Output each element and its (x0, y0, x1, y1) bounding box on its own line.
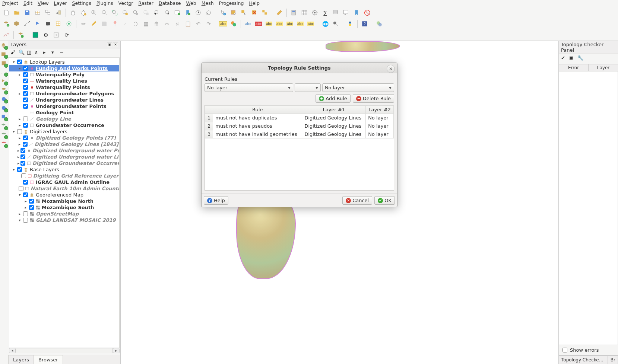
rules-table[interactable]: Rule Layer #1 Layer #2 1must not have du… (205, 105, 394, 191)
label-show-button[interactable]: abc (264, 19, 274, 29)
layer-visibility-checkbox[interactable] (23, 104, 28, 109)
add-delimited-layer-icon[interactable]: , (1, 69, 7, 76)
zoom-last-button[interactable] (152, 8, 161, 17)
layer-row[interactable]: Geology Point (9, 109, 119, 116)
layer-row[interactable]: ▾Base Layers (9, 166, 119, 173)
layer-visibility-checkbox[interactable] (19, 186, 23, 191)
rule-row[interactable]: 3must not have invalid geometriesDigitiz… (205, 130, 394, 138)
toolbox-button[interactable] (310, 8, 320, 17)
select-tool-button[interactable] (229, 8, 238, 17)
col-rule[interactable]: Rule (213, 106, 302, 114)
layer-visibility-checkbox[interactable] (23, 85, 28, 90)
layer-row[interactable]: IGRAC GAUL Admin Outline (9, 179, 119, 185)
add-mesh-layer-icon[interactable] (1, 60, 7, 67)
filter-legend-icon[interactable]: 🔍 (19, 50, 25, 56)
vertex-tool-button[interactable]: ⬡ (131, 19, 140, 29)
layer-visibility-checkbox[interactable] (23, 192, 28, 197)
new-bookmark-button[interactable] (183, 8, 193, 17)
tab-layers[interactable]: Layers (8, 355, 34, 364)
python-console-button[interactable] (345, 19, 355, 29)
topology-col-error[interactable]: Error (559, 64, 589, 71)
menu-raster[interactable]: Raster (138, 0, 153, 6)
tab-browser[interactable]: Browser (34, 355, 63, 364)
open-project-button[interactable] (12, 8, 22, 17)
expression-filter-icon[interactable]: ε (35, 50, 42, 56)
modify-attrs-button[interactable]: ▦ (141, 19, 151, 29)
new-memory-button[interactable] (43, 19, 53, 29)
layer-visibility-checkbox[interactable] (20, 161, 25, 166)
new-spatialite-button[interactable] (33, 19, 42, 29)
new-map-view-button[interactable] (172, 8, 182, 17)
topology-col-layer[interactable]: Layer (589, 64, 618, 71)
add-spatialite-layer-icon[interactable] (1, 78, 7, 85)
copy-features-button[interactable]: ⎘ (172, 19, 182, 29)
style-manager-button[interactable]: a (54, 8, 63, 17)
menu-edit[interactable]: Edit (23, 0, 32, 6)
select-all-button[interactable] (260, 8, 270, 17)
layers-tree[interactable]: ▾Lookup Layers▸Funding And Works Points▸… (9, 58, 120, 348)
add-vector-button[interactable] (1, 19, 11, 29)
zoom-selection-button[interactable] (120, 8, 130, 17)
digitize-button[interactable]: ⟋ (120, 19, 130, 29)
menu-layer[interactable]: Layer (54, 0, 67, 6)
add-feature-button[interactable]: 📍 (110, 19, 120, 29)
layer-row[interactable]: Waterquality Lines (9, 78, 119, 84)
web-globe-button[interactable]: 🌐 (320, 19, 330, 29)
undo-button[interactable]: ↶ (193, 19, 203, 29)
menu-plugins[interactable]: Plugins (96, 0, 113, 6)
identify-button[interactable]: i (218, 8, 228, 17)
layer-row[interactable]: Waterquality Points (9, 84, 119, 90)
add-vector-layer-icon[interactable] (1, 42, 7, 49)
menu-settings[interactable]: Settings (72, 0, 91, 6)
label-abc-button[interactable]: abc (218, 19, 228, 29)
layout-manager-button[interactable] (43, 8, 53, 17)
help-button[interactable]: ? (360, 19, 370, 29)
layer-visibility-checkbox[interactable] (23, 218, 28, 223)
panel-undock-button[interactable]: ▣ (107, 42, 112, 47)
layer-visibility-checkbox[interactable] (17, 167, 22, 172)
show-errors-toggle[interactable]: Show errors (559, 345, 618, 355)
layer-visibility-checkbox[interactable] (21, 173, 26, 178)
add-mssql-layer-icon[interactable] (1, 132, 7, 138)
label-move-button[interactable]: abc (275, 19, 284, 29)
layer-row[interactable]: ▾Lookup Layers (9, 59, 119, 65)
validate-extent-icon[interactable]: ▣ (569, 55, 576, 62)
layer-row[interactable]: Digitizing Grid Reference Layer (9, 173, 119, 179)
deselect-button[interactable] (250, 8, 259, 17)
redo-button[interactable]: ↷ (204, 19, 213, 29)
add-wfs-layer-icon[interactable] (1, 105, 7, 112)
layer-visibility-checkbox[interactable] (23, 98, 28, 102)
cancel-button[interactable]: ✕Cancel (342, 196, 372, 205)
menu-mesh[interactable]: Mesh (202, 0, 214, 6)
show-errors-checkbox[interactable] (562, 348, 567, 352)
select-value-button[interactable]: ε (239, 8, 249, 17)
layer-visibility-checkbox[interactable] (23, 72, 28, 77)
new-virtual-button[interactable] (54, 19, 63, 29)
menu-help[interactable]: Help (249, 0, 260, 6)
layer-visibility-checkbox[interactable] (23, 116, 28, 121)
settings-gear-button[interactable]: ⚙ (41, 30, 51, 40)
render-preview-button[interactable] (31, 30, 40, 40)
layer-visibility-checkbox[interactable] (23, 180, 28, 185)
reload-button[interactable]: ⟳ (62, 30, 72, 40)
layer-row[interactable]: ▸Digitized Geology Points [77] (9, 135, 119, 141)
layer-visibility-checkbox[interactable] (23, 123, 28, 128)
zoom-layer-button[interactable] (131, 8, 140, 17)
layer2-combo[interactable]: No layer▼ (322, 83, 394, 92)
menu-view[interactable]: View (38, 0, 49, 6)
layer-row[interactable]: ▸Digitized Underground water Points (9, 147, 119, 154)
edit-toggle-button[interactable]: ✏ (79, 19, 88, 29)
layer-row[interactable]: Undergroundwater Lines (9, 97, 119, 103)
layer-row[interactable]: ▸Groundwater Occurrence (9, 122, 119, 128)
style-preset-icon[interactable]: 🖌 (10, 50, 17, 56)
rule-row[interactable]: 1must not have duplicatesDigitized Geolo… (205, 114, 394, 122)
layer1-combo[interactable]: No layer▼ (205, 83, 293, 92)
filter-visible-icon[interactable]: ▥ (27, 50, 34, 56)
maptips-button[interactable] (331, 8, 340, 17)
add-virtual-layer-icon[interactable] (1, 123, 7, 130)
add-postgis-layer-icon[interactable] (1, 87, 7, 94)
layer-row[interactable]: ▸Mozambique North (9, 198, 119, 204)
profile-tool-button[interactable] (1, 30, 11, 40)
zoom-native-button[interactable] (141, 8, 151, 17)
text-annotation-button[interactable] (341, 8, 351, 17)
